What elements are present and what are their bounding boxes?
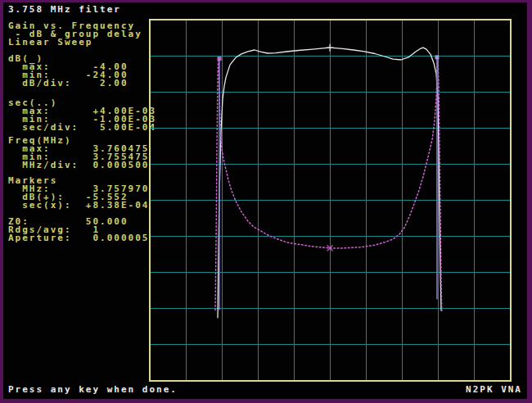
window-frame: 3.758 MHz filter Gain vs. Frequency - dB… [0,0,532,403]
plot-svg [3,2,527,399]
status-prompt: Press any key when done. [8,386,178,394]
delay-spike-cap [218,57,222,61]
app-name-label: N2PK VNA [466,386,522,394]
vna-screen: 3.758 MHz filter Gain vs. Frequency - dB… [3,2,527,399]
delay-spike-cap [435,55,439,59]
trace-gain_db [218,48,441,318]
